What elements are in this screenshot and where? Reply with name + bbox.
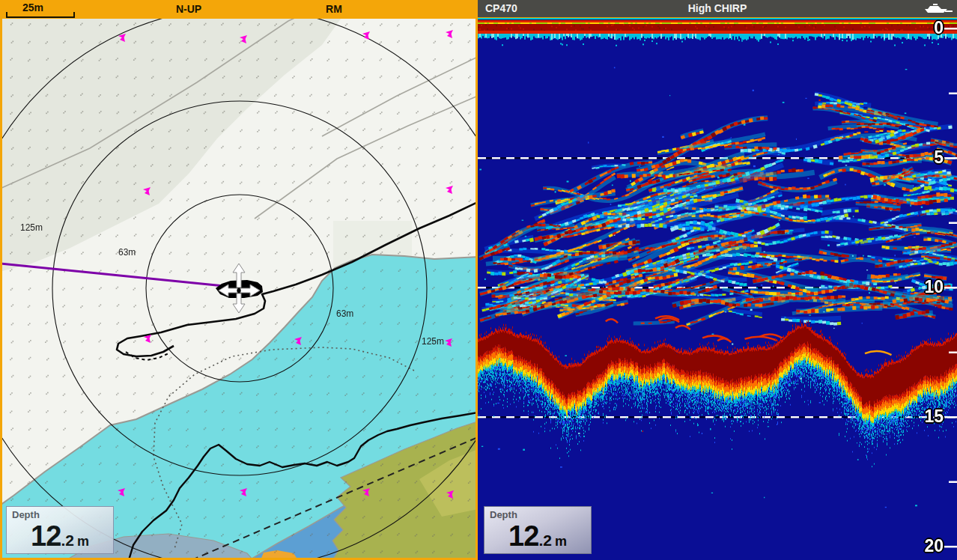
chart-depth-readout: Depth 12 .2 m xyxy=(6,506,114,554)
sonar-mode-label: High CHIRP xyxy=(478,2,957,14)
range-ring-label: 125m xyxy=(422,336,444,347)
range-ring-label: 63m xyxy=(118,247,136,258)
depth-unit: m xyxy=(77,534,89,550)
motion-mode-label: RM xyxy=(304,3,364,15)
chart-toolbar: 25m N-UP RM xyxy=(0,0,478,19)
chart-panel: 25m N-UP RM 125m 63m 63m 125m Depth 12 .… xyxy=(0,0,478,560)
depth-integer: 12 xyxy=(508,520,538,553)
depth-caption: Depth xyxy=(12,509,40,520)
range-ring-label: 125m xyxy=(20,222,43,233)
depth-scale-tick-label: 0 xyxy=(911,18,944,38)
sonar-depth-readout: Depth 12 .2 m xyxy=(484,506,592,554)
chartplotter-screen: 25m N-UP RM 125m 63m 63m 125m Depth 12 .… xyxy=(0,0,957,560)
depth-fraction: .2 xyxy=(538,532,552,550)
range-ring-label: 63m xyxy=(336,308,353,319)
chart-map-canvas[interactable] xyxy=(2,19,476,558)
chart-scale-bar: 25m xyxy=(6,1,75,18)
sonar-echogram-canvas[interactable] xyxy=(478,17,957,560)
depth-value: 12 .2 m xyxy=(484,520,591,553)
depth-scale-tick-label: 5 xyxy=(911,147,944,168)
depth-fraction: .2 xyxy=(61,532,74,550)
chart-scale-bracket-icon xyxy=(6,12,75,18)
orientation-mode-label: N-UP xyxy=(159,3,219,15)
depth-scale-tick-label: 15 xyxy=(911,407,944,427)
boat-icon xyxy=(923,2,953,15)
depth-unit: m xyxy=(555,534,567,550)
depth-scale-tick-label: 20 xyxy=(911,536,944,556)
sonar-panel: CP470 High CHIRP 0 5 10 15 20 Depth 12 .… xyxy=(478,0,957,560)
depth-scale-tick-label: 10 xyxy=(911,277,944,297)
sonar-titlebar: CP470 High CHIRP xyxy=(478,0,957,17)
depth-caption: Depth xyxy=(490,509,517,520)
depth-value: 12 .2 m xyxy=(7,520,113,553)
depth-integer: 12 xyxy=(31,520,61,553)
